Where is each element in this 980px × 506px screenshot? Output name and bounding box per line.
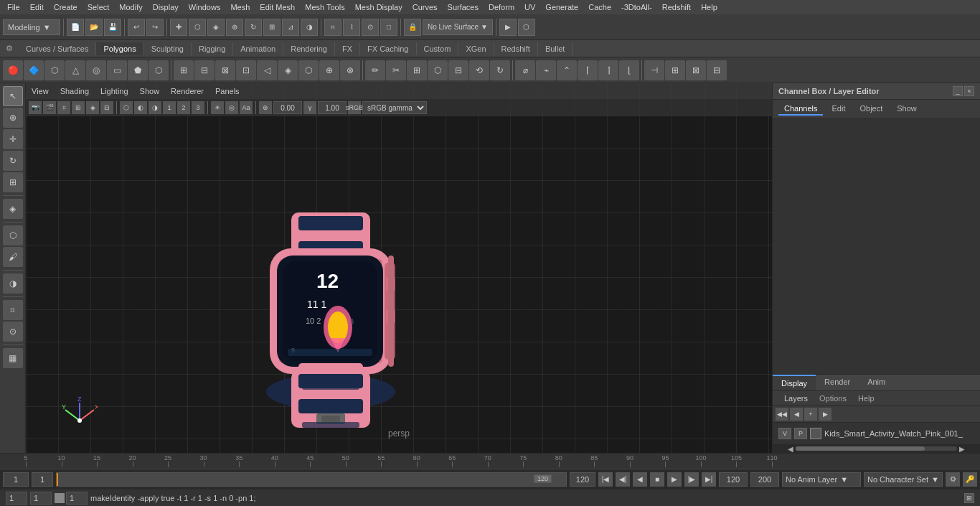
vp-shadow-button[interactable]: ☀ <box>211 101 224 114</box>
shelf-connect[interactable]: ⊞ <box>407 60 427 80</box>
menu-file[interactable]: File <box>3 1 24 13</box>
vp-menu-renderer[interactable]: Renderer <box>165 85 209 97</box>
shelf-plane[interactable]: ▭ <box>107 60 127 80</box>
vp-quality-2-button[interactable]: 2 <box>177 101 190 114</box>
shelf-separate[interactable]: ⊗ <box>340 60 360 80</box>
menu-mesh-tools[interactable]: Mesh Tools <box>301 1 349 13</box>
menu-edit-mesh[interactable]: Edit Mesh <box>255 1 299 13</box>
universal-manip-button[interactable]: ⊿ <box>282 19 299 36</box>
menu-help[interactable]: Help <box>697 1 722 13</box>
tab-sculpting[interactable]: Sculpting <box>144 42 192 55</box>
vp-exposure-button[interactable]: ⊕ <box>259 101 272 114</box>
menu-mesh-display[interactable]: Mesh Display <box>351 1 407 13</box>
vp-exposure-value[interactable] <box>273 101 302 114</box>
snap-to-grid-button[interactable]: ⌗ <box>3 300 23 320</box>
step-forward-button[interactable]: |▶ <box>684 472 699 487</box>
play-forward-button[interactable]: ▶ <box>667 472 682 487</box>
channel-box-close-btn[interactable]: × <box>964 86 974 96</box>
soft-sel-button[interactable]: ◑ <box>3 273 23 294</box>
range-end[interactable] <box>750 472 779 487</box>
vp-camera-button[interactable]: 📷 <box>29 101 42 114</box>
vp-menu-panels[interactable]: Panels <box>209 85 245 97</box>
vp-menu-show[interactable]: Show <box>134 85 166 97</box>
step-back-button[interactable]: ◀| <box>616 472 630 487</box>
tab-redshift[interactable]: Redshift <box>494 42 538 55</box>
time-ruler[interactable]: 5101520253035404550556065707580859095100… <box>0 453 980 469</box>
cb-tab-object[interactable]: Object <box>854 103 888 116</box>
anim-layer-dropdown[interactable]: No Anim Layer ▼ <box>782 472 861 487</box>
shelf-crease[interactable]: ⌃ <box>557 60 577 80</box>
shelf-cube[interactable]: 🔷 <box>24 60 44 80</box>
shelf-disk[interactable]: ⬟ <box>128 60 148 80</box>
paint-ops-button[interactable]: 🖌 <box>3 247 23 267</box>
menu-3dtoall[interactable]: -3DtoAll- <box>617 1 656 13</box>
menu-cache[interactable]: Cache <box>584 1 616 13</box>
stop-button[interactable]: ■ <box>650 472 664 487</box>
goto-end-button[interactable]: ▶| <box>702 472 716 487</box>
paint-select-button[interactable]: ◈ <box>207 19 225 36</box>
shelf-cleanup[interactable]: ⊟ <box>707 60 727 80</box>
shelf-transfer-attr[interactable]: ⊠ <box>686 60 706 80</box>
tab-bullet[interactable]: Bullet <box>538 42 573 55</box>
layer-add-button[interactable]: + <box>804 408 817 421</box>
scale-tool-button[interactable]: ⊞ <box>263 19 281 36</box>
shelf-smooth[interactable]: ⌈ <box>578 60 598 80</box>
menu-modify[interactable]: Modify <box>115 1 146 13</box>
tab-custom[interactable]: Custom <box>417 42 459 55</box>
status-frame-3[interactable]: 1 <box>66 492 88 505</box>
vp-layout-button[interactable]: ⊟ <box>100 101 113 114</box>
layer-step-forward-button[interactable]: ▶ <box>819 408 831 421</box>
layer-color-swatch[interactable] <box>810 428 821 439</box>
vp-ao-button[interactable]: ◎ <box>225 101 238 114</box>
menu-curves[interactable]: Curves <box>408 1 442 13</box>
menu-redshift[interactable]: Redshift <box>658 1 695 13</box>
vp-quality-1-button[interactable]: 1 <box>163 101 176 114</box>
layer-submenu-help[interactable]: Help <box>852 393 880 404</box>
menu-mesh[interactable]: Mesh <box>226 1 254 13</box>
undo-button[interactable]: ↩ <box>128 19 145 36</box>
layer-prev-button[interactable]: ◀◀ <box>776 408 788 421</box>
rotate-tool-button[interactable]: ↻ <box>245 19 262 36</box>
vp-isolate-button[interactable]: ◈ <box>86 101 99 114</box>
ruler-content[interactable]: 5101520253035404550556065707580859095100… <box>26 453 772 467</box>
shelf-cone[interactable]: △ <box>65 60 85 80</box>
vp-flat-button[interactable]: ◑ <box>149 101 161 114</box>
layer-tab-render[interactable]: Render <box>816 375 859 390</box>
timeline-scrubber[interactable]: 120 <box>56 472 567 487</box>
status-expand-btn[interactable]: ⊞ <box>964 493 974 503</box>
menu-create[interactable]: Create <box>50 1 82 13</box>
vp-menu-lighting[interactable]: Lighting <box>95 85 134 97</box>
soft-mod-button[interactable]: ◑ <box>301 19 318 36</box>
status-frame-1[interactable]: 1 <box>6 492 27 505</box>
menu-uv[interactable]: UV <box>520 1 540 13</box>
tab-curves-surfaces[interactable]: Curves / Surfaces <box>19 42 96 55</box>
char-set-dropdown[interactable]: No Character Set ▼ <box>864 472 943 487</box>
shelf-bridge[interactable]: ⊟ <box>194 60 215 80</box>
layer-tab-anim[interactable]: Anim <box>859 375 894 390</box>
snap-point-button[interactable]: ⊙ <box>362 19 379 36</box>
lasso-tool-button[interactable]: ⬡ <box>189 19 206 36</box>
frame-range-end[interactable] <box>570 472 595 487</box>
shelf-duplicate-face[interactable]: ◈ <box>278 60 298 80</box>
shelf-bevel[interactable]: ⌀ <box>515 60 535 80</box>
anim-prefs-button[interactable]: ⚙ <box>946 472 960 487</box>
menu-display[interactable]: Display <box>149 1 183 13</box>
snap-to-point-button[interactable]: ⊙ <box>3 322 23 342</box>
cb-tab-channels[interactable]: Channels <box>778 103 823 116</box>
vp-aa-button[interactable]: Aa <box>240 101 253 114</box>
redo-button[interactable]: ↪ <box>146 19 164 36</box>
layer-tab-display[interactable]: Display <box>773 375 816 390</box>
shelf-extract[interactable]: ⬡ <box>298 60 319 80</box>
scale-mode-button[interactable]: ⊞ <box>3 172 23 192</box>
tab-fx-caching[interactable]: FX Caching <box>360 42 416 55</box>
layer-scroll-thumb[interactable] <box>796 446 925 451</box>
workspace-dropdown[interactable]: Modeling ▼ <box>3 19 60 35</box>
render-region-button[interactable]: ▦ <box>3 348 23 368</box>
vp-wireframe-button[interactable]: ⬡ <box>120 101 133 114</box>
shelf-sphere[interactable]: 🔴 <box>3 60 23 80</box>
layer-v-button[interactable]: V <box>778 428 791 439</box>
tab-rigging[interactable]: Rigging <box>192 42 233 55</box>
viewport[interactable]: View Shading Lighting Show Renderer Pane… <box>26 83 772 453</box>
menu-generate[interactable]: Generate <box>541 1 583 13</box>
vp-gamma-value[interactable] <box>318 101 347 114</box>
